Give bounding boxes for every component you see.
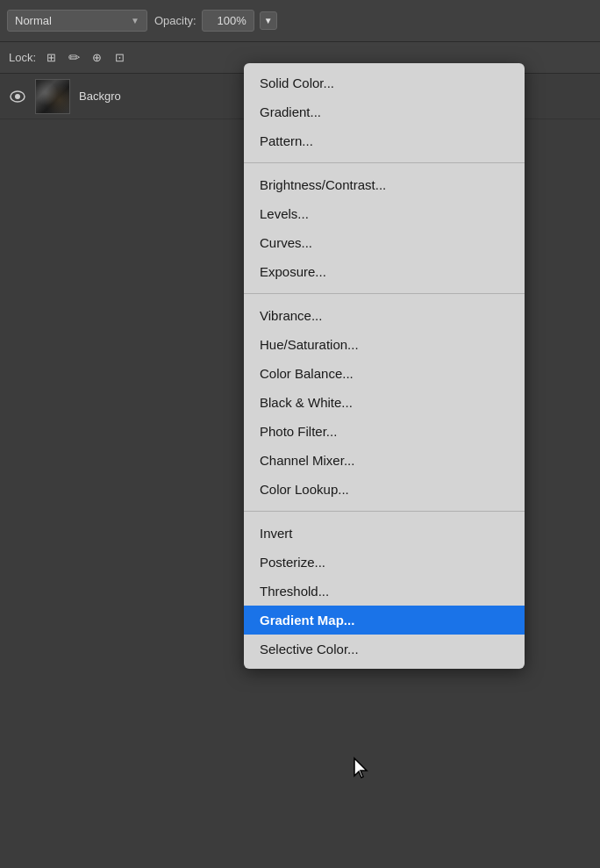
menu-item-exposure[interactable]: Exposure...	[244, 257, 525, 286]
top-toolbar: Normal ▼ Opacity: 100% ▼	[0, 0, 600, 42]
menu-separator-1	[244, 162, 525, 163]
layer-thumbnail	[35, 79, 70, 114]
svg-point-1	[15, 94, 20, 99]
blend-mode-chevron: ▼	[131, 16, 139, 25]
opacity-label: Opacity:	[154, 14, 196, 27]
menu-item-curves[interactable]: Curves...	[244, 228, 525, 257]
lock-transform-icon[interactable]: ⊡	[111, 50, 127, 66]
blend-mode-selector[interactable]: Normal ▼	[7, 10, 147, 32]
menu-item-gradient-map[interactable]: Gradient Map...	[244, 606, 525, 635]
menu-section-color: Vibrance... Hue/Saturation... Color Bala…	[244, 298, 525, 507]
menu-item-color-balance[interactable]: Color Balance...	[244, 359, 525, 388]
blend-mode-label: Normal	[15, 14, 52, 27]
menu-item-levels[interactable]: Levels...	[244, 199, 525, 228]
menu-item-hue-saturation[interactable]: Hue/Saturation...	[244, 330, 525, 359]
menu-item-gradient[interactable]: Gradient...	[244, 97, 525, 126]
lock-brush-icon[interactable]: ✏	[66, 50, 82, 66]
opacity-field[interactable]: 100%	[202, 10, 254, 32]
lock-move-icon[interactable]: ⊕	[89, 50, 104, 66]
menu-item-black-white[interactable]: Black & White...	[244, 388, 525, 417]
opacity-group: Opacity: 100% ▼	[154, 10, 277, 32]
menu-section-tone: Brightness/Contrast... Levels... Curves.…	[244, 167, 525, 290]
menu-item-posterize[interactable]: Posterize...	[244, 548, 525, 577]
menu-item-solid-color[interactable]: Solid Color...	[244, 68, 525, 97]
menu-item-channel-mixer[interactable]: Channel Mixer...	[244, 446, 525, 475]
menu-section-fill: Solid Color... Gradient... Pattern...	[244, 63, 525, 159]
menu-item-selective-color[interactable]: Selective Color...	[244, 635, 525, 664]
menu-item-threshold[interactable]: Threshold...	[244, 577, 525, 606]
layer-name: Backgro	[79, 90, 121, 103]
menu-item-invert[interactable]: Invert	[244, 519, 525, 548]
menu-item-color-lookup[interactable]: Color Lookup...	[244, 475, 525, 504]
adjustment-menu: Solid Color... Gradient... Pattern... Br…	[244, 63, 525, 669]
menu-separator-3	[244, 511, 525, 512]
lock-label: Lock:	[9, 51, 36, 64]
menu-item-pattern[interactable]: Pattern...	[244, 126, 525, 155]
opacity-dropdown-button[interactable]: ▼	[260, 11, 277, 30]
menu-separator-2	[244, 293, 525, 294]
eye-visibility-icon[interactable]	[9, 88, 26, 105]
lock-checkerboard-icon[interactable]: ⊞	[43, 50, 59, 66]
menu-item-photo-filter[interactable]: Photo Filter...	[244, 417, 525, 446]
menu-item-brightness-contrast[interactable]: Brightness/Contrast...	[244, 170, 525, 199]
menu-section-other: Invert Posterize... Threshold... Gradien…	[244, 515, 525, 669]
menu-item-vibrance[interactable]: Vibrance...	[244, 301, 525, 330]
